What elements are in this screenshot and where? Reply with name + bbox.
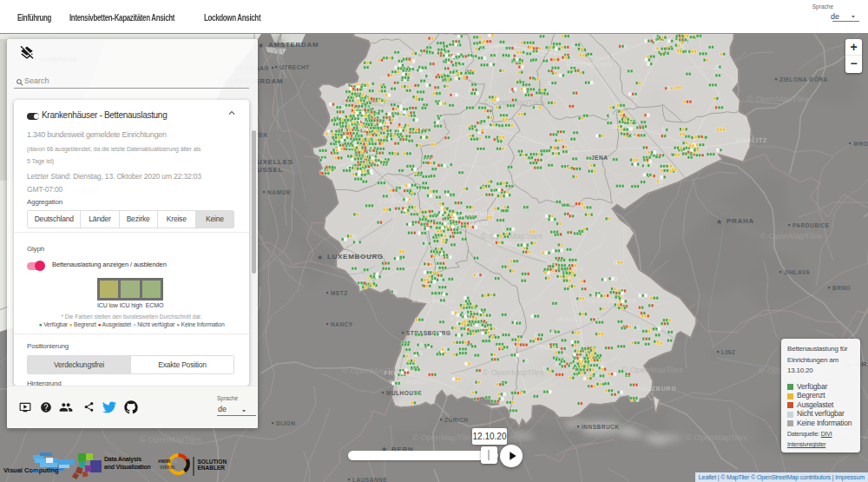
svg-text:★: ★: [317, 254, 323, 261]
svg-text:JIHLAVA: JIHLAVA: [784, 269, 810, 275]
svg-text:SOLUTION: SOLUTION: [198, 459, 227, 465]
svg-text:© OpenMapTiles: © OpenMapTiles: [686, 432, 747, 442]
svg-text:AMSTERDAM: AMSTERDAM: [268, 41, 319, 49]
svg-text:WROCŁAW: WROCŁAW: [853, 141, 868, 147]
svg-text:★: ★: [716, 218, 722, 226]
svg-text:PRAHA: PRAHA: [727, 217, 754, 225]
svg-text:INNSBRUCK: INNSBRUCK: [582, 424, 620, 430]
svg-text:© OpenMapTiles: © OpenMapTiles: [483, 367, 544, 377]
svg-text:#WIRVS: #WIRVS: [158, 459, 177, 464]
svg-text:ZIELONA GÓRA: ZIELONA GÓRA: [779, 76, 828, 83]
svg-text:ENABLER: ENABLER: [198, 465, 226, 471]
svg-text:★: ★: [258, 42, 264, 50]
svg-text:NANCY: NANCY: [331, 321, 353, 327]
svg-text:JENA: JENA: [591, 155, 608, 161]
svg-text:KARLSRUHE: KARLSRUHE: [411, 298, 456, 304]
svg-text:LINZ: LINZ: [721, 349, 735, 355]
svg-text:SALZBURG: SALZBURG: [637, 386, 676, 392]
svg-text:BRNO: BRNO: [832, 285, 851, 291]
svg-text:GÖRLITZ: GÖRLITZ: [736, 136, 767, 143]
svg-text:ZÜRICH: ZÜRICH: [444, 416, 469, 423]
svg-text:© OpenMapTiles: © OpenMapTiles: [747, 94, 809, 103]
svg-text:VIRUS: VIRUS: [160, 465, 175, 470]
svg-text:and Visualization: and Visualization: [104, 464, 151, 470]
svg-text:NAMUR: NAMUR: [267, 189, 291, 195]
svg-text:METZ: METZ: [331, 290, 348, 296]
svg-text:PARDUBICE: PARDUBICE: [792, 222, 830, 228]
svg-text:Visual Computing: Visual Computing: [3, 466, 59, 474]
svg-text:© OpenMapTiles: © OpenMapTiles: [760, 231, 822, 241]
svg-text:Data Analysis: Data Analysis: [104, 456, 141, 463]
svg-text:© OpenMapTiles: © OpenMapTiles: [621, 365, 683, 374]
svg-text:UTRECHT: UTRECHT: [279, 64, 310, 70]
svg-text:STRASBOURG: STRASBOURG: [406, 330, 450, 336]
svg-text:REGENSBURG: REGENSBURG: [587, 298, 637, 304]
svg-text:DIJON: DIJON: [276, 420, 295, 426]
svg-text:LUXEMBOURG: LUXEMBOURG: [327, 253, 384, 261]
